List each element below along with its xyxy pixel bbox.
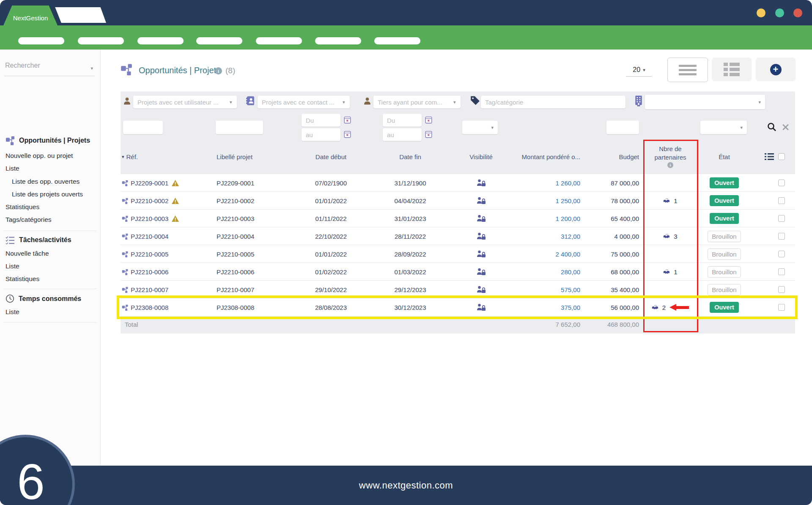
visibility-group-lock-icon [477,268,486,276]
status-badge: Ouvert [710,177,739,188]
detail-view-button[interactable] [712,58,752,81]
header-budget[interactable]: Budget [584,140,641,174]
table-row[interactable]: PJ2210-0007 PJ2210-0007 29/10/2022 29/12… [121,280,795,298]
project-ref-link[interactable]: PJ2210-0003 [131,215,168,222]
header-visibilite[interactable]: Visibilité [450,140,512,174]
montant-pondere: 312,00 [512,227,584,245]
sidebar-section-opportunites[interactable]: Opportunités | Projets [5,136,90,145]
handshake-icon [652,305,659,310]
status-badge: Brouillon [708,284,741,295]
row-checkbox[interactable] [778,179,785,186]
chevron-down-icon: ▾ [643,67,645,73]
header-date-fin[interactable]: Date fin [370,140,450,174]
nav-pill [18,37,64,44]
header-ref[interactable]: ▾ Réf. [121,140,211,174]
filter-budget-input[interactable] [606,121,639,134]
partners-count: 2 [652,304,666,311]
date-debut: 07/02/1900 [292,174,370,192]
sidebar-item-statistiques-opp[interactable]: Statistiques [5,203,39,211]
sidebar-item-nouvelle-tache[interactable]: Nouvelle tâche [5,250,49,257]
montant-pondere: 2 400,00 [512,245,584,263]
sidebar-item-liste-opp[interactable]: Liste [5,165,19,172]
filter-fin-from-input[interactable] [383,114,422,127]
sitemap-icon [5,136,15,145]
sidebar-item-liste-opp-ouvertes[interactable]: Liste des opp. ouvertes [12,178,80,185]
clock-icon [5,294,14,303]
header-libelle[interactable]: Libellé projet [211,140,292,174]
filter-fin-to-input[interactable] [383,128,422,141]
search-icon[interactable] [767,122,777,132]
table-row[interactable]: PJ2209-0001 PJ2209-0001 07/02/1900 31/12… [121,174,795,192]
nav-pill [256,37,302,44]
table-row[interactable]: PJ2210-0002 PJ2210-0002 01/01/2022 04/04… [121,191,795,210]
info-icon[interactable]: i [667,162,673,168]
filter-tag-input[interactable] [481,96,625,108]
table-row[interactable]: PJ2210-0006 PJ2210-0006 01/02/2022 01/03… [121,262,795,281]
calendar-icon[interactable] [425,116,432,124]
row-checkbox[interactable] [778,215,785,222]
filter-ref-input[interactable] [123,121,163,134]
sidebar-search[interactable]: ▾ [4,61,95,76]
row-checkbox[interactable] [778,304,785,311]
table-row[interactable]: PJ2210-0003 PJ2210-0003 01/11/2022 31/01… [121,209,795,227]
filter-contact-input[interactable] [258,96,350,108]
warning-icon [171,179,179,187]
search-input[interactable] [4,61,82,70]
table-row[interactable]: PJ2210-0005 PJ2210-0005 01/01/2022 28/09… [121,245,795,263]
budget: 68 000,00 [584,263,641,281]
project-ref-link[interactable]: PJ2210-0002 [131,197,168,204]
calendar-icon[interactable] [425,130,432,138]
sidebar-item-tags-categories[interactable]: Tags/catégories [5,216,52,224]
list-view-button[interactable] [667,58,708,82]
project-ref-link[interactable]: PJ2308-0008 [131,304,168,311]
sidebar-item-statistiques-taches[interactable]: Statistiques [5,275,39,283]
header-partenaires[interactable]: Nbre de partenaires i [641,140,700,174]
nav-pill [137,37,184,44]
sidebar-item-nouvelle-opp[interactable]: Nouvelle opp. ou projet [5,152,73,160]
project-ref-link[interactable]: PJ2210-0007 [131,286,168,293]
info-icon[interactable]: i [215,67,222,75]
row-checkbox[interactable] [778,233,785,240]
project-ref-link[interactable]: PJ2210-0004 [131,233,168,240]
header-etat[interactable]: État [700,140,749,174]
date-fin: 01/03/2022 [370,263,450,281]
filter-debut-to-input[interactable] [302,128,340,141]
row-checkbox[interactable] [778,197,785,204]
close-icon[interactable] [782,123,790,131]
visibility-group-lock-icon [477,197,486,204]
row-checkbox[interactable] [778,268,785,275]
row-checkbox[interactable] [778,251,785,257]
sidebar-item-liste-temps[interactable]: Liste [5,308,19,316]
page-size-select[interactable]: 20 ▾ [626,63,652,77]
checklist-icon [5,236,15,244]
sidebar-section-temps[interactable]: Temps consommés [5,294,81,303]
project-ref-link[interactable]: PJ2210-0006 [131,268,168,276]
project-ref-link[interactable]: PJ2210-0005 [131,251,168,258]
project-ref-link[interactable]: PJ2209-0001 [131,179,168,187]
filter-debut-from-input[interactable] [302,114,340,127]
header-montant[interactable]: Montant pondéré o... [512,140,584,174]
sidebar-section-taches[interactable]: Tâches/activités [5,236,71,244]
filter-libelle-input[interactable] [216,121,263,134]
add-button[interactable]: + [756,58,796,81]
sidebar-item-liste-projets-ouverts[interactable]: Liste des projets ouverts [12,190,83,198]
header-date-debut[interactable]: Date début [292,140,370,174]
select-all-checkbox[interactable] [778,153,785,160]
calendar-icon[interactable] [344,116,351,124]
date-fin: 31/12/1900 [370,174,450,192]
sidebar-item-liste-taches[interactable]: Liste [5,262,19,270]
filter-company-select[interactable]: ▾ [645,95,765,109]
list-check-icon[interactable] [765,153,774,160]
filter-tiers-input[interactable] [373,96,461,108]
website-url: www.nextgestion.com [0,480,812,491]
filter-visibilite-select[interactable]: ▾ [462,121,498,134]
calendar-icon[interactable] [344,130,351,138]
row-checkbox[interactable] [778,286,785,293]
sitemap-icon [122,198,128,204]
filter-etat-select[interactable]: ▾ [700,121,747,134]
date-debut: 01/01/2022 [292,192,370,210]
table-row[interactable]: PJ2210-0004 PJ2210-0004 22/10/2022 28/11… [121,227,795,245]
filter-user-input[interactable] [133,96,237,108]
table-row-highlighted[interactable]: PJ2308-0008 PJ2308-0008 28/08/2023 30/12… [121,298,795,316]
sitemap-icon [122,287,128,293]
